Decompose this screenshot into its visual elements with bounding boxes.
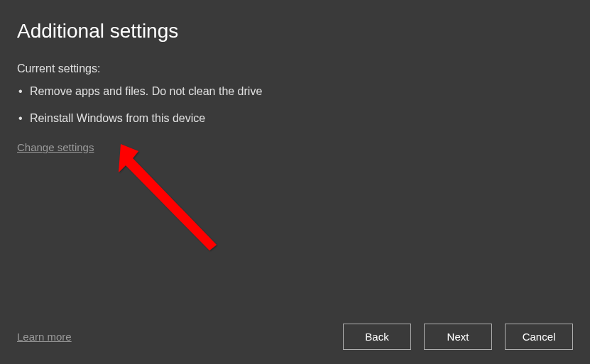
list-item: Remove apps and files. Do not clean the …: [17, 82, 573, 101]
main-content: Additional settings Current settings: Re…: [0, 0, 590, 154]
page-title: Additional settings: [17, 20, 573, 43]
back-button[interactable]: Back: [343, 324, 411, 350]
change-settings-link[interactable]: Change settings: [17, 141, 94, 153]
current-settings-list: Remove apps and files. Do not clean the …: [17, 82, 573, 127]
footer: Learn more Back Next Cancel: [17, 324, 573, 350]
list-item: Reinstall Windows from this device: [17, 109, 573, 128]
next-button[interactable]: Next: [424, 324, 492, 350]
arrow-annotation-icon: [110, 138, 224, 262]
button-row: Back Next Cancel: [343, 324, 573, 350]
current-settings-label: Current settings:: [17, 62, 573, 75]
learn-more-link[interactable]: Learn more: [17, 331, 72, 343]
cancel-button[interactable]: Cancel: [505, 324, 573, 350]
svg-marker-0: [119, 144, 217, 250]
